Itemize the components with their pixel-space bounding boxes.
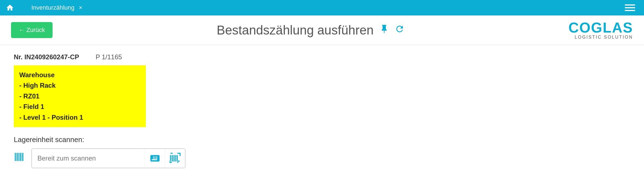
tab-indicator (25, 6, 28, 9)
home-icon (6, 4, 14, 12)
record-info: Nr. IN2409260247-CP P 1/1165 (14, 53, 630, 61)
logo-subtitle: LOGISTIC SOLUTION (575, 35, 633, 40)
record-page: P 1/1165 (96, 53, 122, 61)
location-line-1: Warehouse (19, 70, 140, 80)
barcode-scan-icon (170, 153, 181, 164)
record-number: Nr. IN2409260247-CP (14, 53, 79, 61)
hamburger-line-1 (625, 4, 635, 6)
nav-tab-inventurzaehlung[interactable]: Inventurzählung × (20, 0, 89, 15)
home-tab[interactable] (0, 0, 20, 15)
scan-row (14, 148, 630, 168)
logo-coglas: COGLAS (569, 20, 633, 35)
pin-icon[interactable] (379, 24, 389, 36)
main-content: Nr. IN2409260247-CP P 1/1165 Warehouse -… (0, 45, 644, 177)
hamburger-menu-button[interactable] (616, 4, 644, 11)
page-title: Bestandszählung ausführen (217, 23, 373, 38)
tab-label: Inventurzählung (31, 4, 75, 11)
scan-label: Lagereinheit scannen: (14, 135, 630, 144)
barcode-scan-button[interactable] (165, 149, 185, 168)
scan-input-container (31, 148, 185, 168)
location-box: Warehouse - High Rack - RZ01 - Field 1 -… (14, 65, 146, 127)
close-tab-button[interactable]: × (78, 4, 84, 12)
refresh-icon[interactable] (395, 24, 405, 36)
page-title-container: Bestandszählung ausführen (53, 23, 568, 38)
keyboard-icon-button[interactable] (145, 149, 165, 168)
keyboard-icon (149, 153, 160, 164)
location-line-4: - Field 1 (19, 101, 140, 112)
barcode-grid-icon (14, 151, 26, 165)
hamburger-line-3 (625, 10, 635, 11)
hamburger-line-2 (625, 7, 635, 8)
logo-container: COGLAS LOGISTIC SOLUTION (569, 20, 633, 40)
top-bar: Inventurzählung × (0, 0, 644, 15)
location-line-3: - RZ01 (19, 91, 140, 101)
location-line-2: - High Rack (19, 80, 140, 91)
scan-input[interactable] (32, 149, 145, 168)
header-section: ← Zurück Bestandszählung ausführen COGLA… (0, 15, 644, 45)
back-button[interactable]: ← Zurück (11, 22, 53, 38)
location-line-5: - Level 1 - Position 1 (19, 112, 140, 123)
